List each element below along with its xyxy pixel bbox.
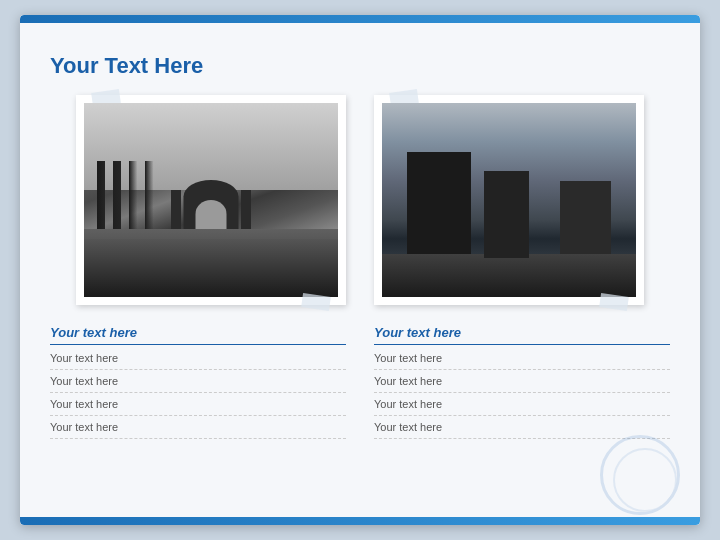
left-row-4: Your text here: [50, 416, 346, 439]
photo-frame-paris: [76, 95, 346, 305]
right-text-column: Your text here Your text here Your text …: [374, 325, 670, 439]
right-column-header: Your text here: [374, 325, 670, 345]
deco-circle: [600, 435, 680, 515]
main-page: Your Text Here Your text here Your text …: [20, 15, 700, 525]
right-row-3: Your text here: [374, 393, 670, 416]
bottom-bar: [20, 517, 700, 525]
left-text-column: Your text here Your text here Your text …: [50, 325, 346, 439]
city-ground: [382, 254, 636, 297]
city-building-3: [560, 181, 611, 259]
paris-road: [84, 229, 338, 297]
right-row-1: Your text here: [374, 347, 670, 370]
paris-arch: [184, 180, 239, 235]
photo-frame-city: [374, 95, 644, 305]
photo-paris: [84, 103, 338, 297]
left-row-2: Your text here: [50, 370, 346, 393]
left-row-3: Your text here: [50, 393, 346, 416]
left-row-1: Your text here: [50, 347, 346, 370]
page-title: Your Text Here: [50, 53, 670, 79]
left-column-header: Your text here: [50, 325, 346, 345]
photos-row: [50, 95, 670, 305]
text-sections: Your text here Your text here Your text …: [50, 325, 670, 439]
right-row-2: Your text here: [374, 370, 670, 393]
right-row-4: Your text here: [374, 416, 670, 439]
top-bar: [20, 15, 700, 23]
photo-city: [382, 103, 636, 297]
